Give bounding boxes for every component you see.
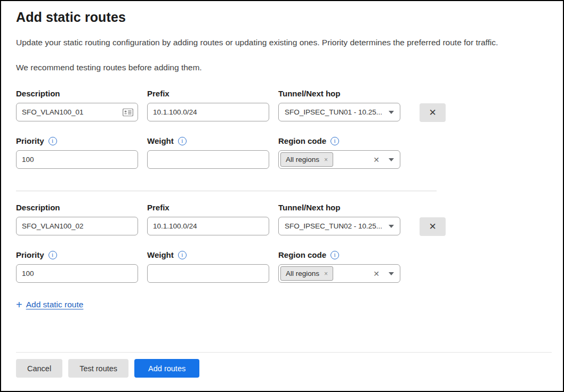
weight-label-text: Weight bbox=[147, 250, 174, 259]
plus-icon: + bbox=[16, 299, 22, 310]
tunnel-select[interactable]: SFO_IPSEC_TUN02 - 10.25... bbox=[278, 217, 400, 235]
tunnel-label: Tunnel/Next hop bbox=[278, 203, 400, 212]
weight-input[interactable] bbox=[147, 150, 269, 169]
chevron-down-icon bbox=[389, 272, 394, 275]
region-label: Region code i bbox=[278, 136, 400, 145]
prefix-input[interactable] bbox=[147, 103, 269, 121]
region-multiselect[interactable]: All regions × ✕ bbox=[278, 150, 400, 169]
recommendation-text: We recommend testing routes before addin… bbox=[16, 63, 548, 72]
weight-label: Weight i bbox=[147, 136, 269, 145]
info-icon[interactable]: i bbox=[331, 251, 339, 259]
description-label-text: Description bbox=[16, 89, 60, 98]
close-icon: ✕ bbox=[429, 107, 436, 118]
contact-card-icon bbox=[123, 108, 133, 116]
tunnel-label-text: Tunnel/Next hop bbox=[278, 203, 340, 212]
description-field: Description bbox=[16, 203, 138, 235]
prefix-field: Prefix bbox=[147, 89, 269, 121]
tunnel-select[interactable]: SFO_IPSEC_TUN01 - 10.25... bbox=[278, 103, 400, 121]
prefix-field: Prefix bbox=[147, 203, 269, 235]
chip-remove-icon[interactable]: × bbox=[324, 157, 328, 163]
weight-label: Weight i bbox=[147, 250, 269, 259]
intro-text: Update your static routing configuration… bbox=[16, 38, 548, 47]
close-icon: ✕ bbox=[429, 221, 436, 232]
description-field: Description bbox=[16, 89, 138, 121]
add-static-routes-dialog: Add static routes Update your static rou… bbox=[0, 0, 564, 392]
footer: Cancel Test routes Add routes bbox=[16, 352, 552, 391]
clear-selection-icon[interactable]: ✕ bbox=[373, 270, 380, 277]
route-group-1: Description Prefix Tunnel/Next hop bbox=[16, 89, 548, 169]
chevron-down-icon bbox=[389, 158, 394, 161]
priority-field: Priority i bbox=[16, 136, 138, 169]
prefix-label: Prefix bbox=[147, 203, 269, 212]
weight-label-text: Weight bbox=[147, 136, 174, 145]
description-input[interactable] bbox=[16, 217, 138, 235]
clear-selection-icon[interactable]: ✕ bbox=[373, 156, 380, 164]
tunnel-field: Tunnel/Next hop SFO_IPSEC_TUN01 - 10.25.… bbox=[278, 89, 400, 121]
region-field: Region code i All regions × ✕ bbox=[278, 250, 400, 283]
description-label: Description bbox=[16, 203, 138, 212]
test-routes-button[interactable]: Test routes bbox=[68, 359, 128, 378]
remove-route-button[interactable]: ✕ bbox=[420, 217, 446, 236]
priority-label-text: Priority bbox=[16, 136, 44, 145]
add-static-route-label: Add static route bbox=[26, 300, 84, 309]
region-chip: All regions × bbox=[280, 152, 333, 167]
region-chip-label: All regions bbox=[286, 156, 319, 164]
tunnel-field: Tunnel/Next hop SFO_IPSEC_TUN02 - 10.25.… bbox=[278, 203, 400, 235]
prefix-label: Prefix bbox=[147, 89, 269, 98]
prefix-label-text: Prefix bbox=[147, 203, 170, 212]
region-chip: All regions × bbox=[280, 266, 333, 281]
chevron-down-icon bbox=[389, 225, 394, 228]
priority-label-text: Priority bbox=[16, 250, 44, 259]
page-title: Add static routes bbox=[16, 10, 548, 25]
tunnel-label: Tunnel/Next hop bbox=[278, 89, 400, 98]
remove-route-button[interactable]: ✕ bbox=[420, 103, 446, 122]
tunnel-select-value: SFO_IPSEC_TUN02 - 10.25... bbox=[285, 222, 384, 230]
region-field: Region code i All regions × ✕ bbox=[278, 136, 400, 169]
cancel-button[interactable]: Cancel bbox=[16, 359, 62, 378]
tunnel-label-text: Tunnel/Next hop bbox=[278, 89, 340, 98]
footer-divider bbox=[16, 352, 552, 353]
region-label-text: Region code bbox=[278, 136, 326, 145]
weight-input[interactable] bbox=[147, 264, 269, 283]
weight-field: Weight i bbox=[147, 136, 269, 169]
chevron-down-icon bbox=[389, 111, 394, 114]
prefix-label-text: Prefix bbox=[147, 89, 170, 98]
chip-remove-icon[interactable]: × bbox=[324, 271, 328, 277]
region-label: Region code i bbox=[278, 250, 400, 259]
add-static-route-link[interactable]: + Add static route bbox=[16, 299, 83, 310]
description-label-text: Description bbox=[16, 203, 60, 212]
region-multiselect[interactable]: All regions × ✕ bbox=[278, 264, 400, 283]
priority-label: Priority i bbox=[16, 250, 138, 259]
info-icon[interactable]: i bbox=[178, 251, 187, 259]
region-chip-label: All regions bbox=[286, 270, 319, 277]
info-icon[interactable]: i bbox=[331, 137, 339, 145]
prefix-input[interactable] bbox=[147, 217, 269, 235]
description-label: Description bbox=[16, 89, 138, 98]
info-icon[interactable]: i bbox=[178, 137, 187, 145]
tunnel-select-value: SFO_IPSEC_TUN01 - 10.25... bbox=[285, 108, 384, 116]
description-input[interactable] bbox=[16, 103, 138, 121]
priority-label: Priority i bbox=[16, 136, 138, 145]
section-divider bbox=[16, 191, 437, 191]
add-routes-button[interactable]: Add routes bbox=[134, 359, 199, 378]
priority-input[interactable] bbox=[16, 150, 138, 169]
priority-field: Priority i bbox=[16, 250, 138, 283]
region-label-text: Region code bbox=[278, 250, 326, 259]
route-group-2: Description Prefix Tunnel/Next hop SFO_I… bbox=[16, 203, 548, 283]
info-icon[interactable]: i bbox=[49, 137, 57, 145]
weight-field: Weight i bbox=[147, 250, 269, 283]
info-icon[interactable]: i bbox=[49, 251, 57, 259]
priority-input[interactable] bbox=[16, 264, 138, 283]
